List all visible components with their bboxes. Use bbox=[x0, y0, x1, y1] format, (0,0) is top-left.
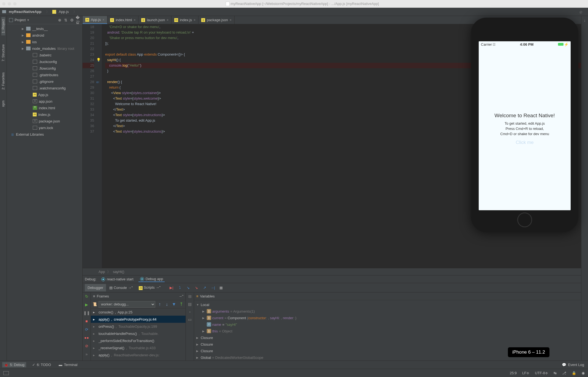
force-step-into-icon[interactable]: ↘ bbox=[193, 285, 200, 291]
click-me-button[interactable]: Click me bbox=[516, 140, 533, 145]
add-icon[interactable]: ⤒ bbox=[178, 302, 184, 307]
tree-item-package-json[interactable]: {}package.json bbox=[7, 118, 82, 124]
pin-tab-icon[interactable]: ▫ bbox=[187, 309, 193, 315]
todo-tool-tab[interactable]: ✓6: TODO bbox=[31, 362, 53, 367]
resume-icon[interactable]: ▶ bbox=[84, 302, 89, 307]
mute-breakpoints-icon[interactable]: ⊘ bbox=[84, 343, 89, 349]
close-tab-icon[interactable]: × bbox=[230, 18, 232, 22]
editor-tab-index-html[interactable]: Hindex.html× bbox=[107, 16, 138, 24]
editor-tab-App-js[interactable]: JSApp.js× bbox=[83, 16, 107, 24]
next-frame-icon[interactable]: ↓ bbox=[164, 302, 170, 307]
tree-item-App-js[interactable]: JSApp.js bbox=[7, 91, 82, 98]
close-tab-icon[interactable]: × bbox=[194, 18, 195, 22]
event-log-tab[interactable]: 💬Event Log bbox=[560, 362, 586, 367]
breadcrumb[interactable]: myReactNativeApp 〉 JS App.js 〉 bbox=[2, 9, 78, 15]
stack-frame[interactable]: ▸onPress(), TouchableOpacity.js:199 bbox=[91, 323, 186, 330]
settings-icon[interactable]: ▤ bbox=[187, 301, 193, 307]
evaluate-icon[interactable]: ▦ bbox=[218, 285, 224, 291]
editor-tab-index-js[interactable]: JSindex.js× bbox=[172, 16, 198, 24]
prev-frame-icon[interactable]: ↑ bbox=[157, 302, 162, 307]
gear-icon[interactable]: ⚙ bbox=[70, 18, 74, 22]
pin-icon[interactable]: →" bbox=[178, 294, 183, 298]
thread-selector[interactable]: 📜 worker: debugg... ↑ ↓ ▼ ⤒ bbox=[91, 300, 186, 308]
reload-icon[interactable]: ⟳ bbox=[84, 327, 89, 332]
step-into-icon[interactable]: ↘ bbox=[185, 285, 191, 291]
editor-breadcrumb[interactable]: App 〉 sayHi() bbox=[83, 268, 588, 275]
var-arguments[interactable]: ▶{}arguments = Arguments(1) bbox=[194, 308, 588, 315]
inspector-icon[interactable]: ◉ bbox=[582, 371, 585, 375]
close-tab-icon[interactable]: ▭ bbox=[187, 317, 193, 322]
debug-config-1[interactable]: react-native start bbox=[100, 277, 135, 282]
scroll-from-source-icon[interactable]: ⊕ bbox=[58, 18, 62, 22]
var-current[interactable]: ▶{}current = Component {constructor: , s… bbox=[194, 315, 588, 321]
thread-dropdown[interactable]: worker: debugg... bbox=[99, 301, 155, 308]
var-scope-closure-1[interactable]: ▶Closure bbox=[194, 334, 588, 341]
console-tab[interactable]: ▤Console →" bbox=[107, 284, 135, 291]
run-to-cursor-icon[interactable]: →| bbox=[209, 285, 216, 291]
more-icon[interactable]: » bbox=[84, 351, 89, 357]
var-scope-local[interactable]: ▼Local bbox=[194, 301, 588, 308]
editor-gutter-icons[interactable]: 💡o↑ bbox=[96, 24, 102, 268]
debugger-tab[interactable]: Debugger bbox=[85, 284, 106, 291]
collapse-all-icon[interactable]: ⇅ bbox=[64, 18, 68, 22]
editor-tab-package-json[interactable]: {}package.json× bbox=[198, 16, 235, 24]
tree-item--watchmanconfig[interactable]: .watchmanconfig bbox=[7, 85, 82, 91]
stack-frame[interactable]: ▸apply(), createPrototypeProxy.js:44 bbox=[91, 316, 186, 323]
show-execution-icon[interactable]: ▶| bbox=[168, 285, 175, 291]
scripts-tab[interactable]: JSScripts →" bbox=[136, 284, 163, 292]
stack-frame[interactable]: ▸touchableHandlePress(), Touchable. bbox=[91, 330, 186, 337]
debug-config-2[interactable]: Debug app bbox=[138, 276, 165, 282]
restore-layout-icon[interactable]: ⊟ bbox=[187, 294, 193, 299]
editor-gutter[interactable]: 1819202122232425262728293031323334353637 bbox=[83, 24, 96, 268]
search-icon[interactable]: ⌕ bbox=[579, 9, 586, 15]
var-this[interactable]: ▶{}this = Object bbox=[194, 328, 588, 334]
stack-frame[interactable]: ▸_receiveSignal(), Touchable.js:433 bbox=[91, 344, 186, 351]
breadcrumb-root[interactable]: myReactNativeApp bbox=[7, 9, 43, 14]
terminal-tool-tab[interactable]: ▬Terminal bbox=[57, 362, 79, 367]
debug-tool-tab[interactable]: 🐞5: Debug bbox=[2, 362, 26, 367]
pause-icon[interactable]: ❚❚ bbox=[84, 310, 89, 316]
tree-item--gitattributes[interactable]: .gitattributes bbox=[7, 72, 82, 78]
dropdown-arrow-icon[interactable]: ▾ bbox=[27, 18, 29, 22]
frames-list[interactable]: ▸console(), App.js:25▸apply(), createPro… bbox=[91, 308, 186, 360]
filter-icon[interactable]: ▼ bbox=[171, 302, 177, 307]
tree-item--gitignore[interactable]: .gitignore bbox=[7, 78, 82, 85]
var-scope-closure-2[interactable]: ▶Closure bbox=[194, 341, 588, 348]
tree-item-node_modules[interactable]: ▶node_modules library root bbox=[7, 45, 82, 52]
external-libraries[interactable]: ⫼ External Libraries bbox=[7, 131, 82, 138]
right-strip-icon[interactable]: ↓ bbox=[582, 18, 587, 23]
close-tab-icon[interactable]: × bbox=[134, 18, 135, 22]
tree-item-ios[interactable]: ▶ios bbox=[7, 39, 82, 45]
npm-tool-tab[interactable]: npm bbox=[1, 98, 5, 109]
step-out-icon[interactable]: ↗ bbox=[201, 285, 208, 291]
status-left-icon[interactable] bbox=[3, 371, 9, 375]
close-window-button[interactable] bbox=[2, 2, 6, 6]
tree-item-index-js[interactable]: JSindex.js bbox=[7, 111, 82, 118]
line-separator[interactable]: LF≑ bbox=[522, 371, 529, 375]
rerun-icon[interactable]: ↻ bbox=[84, 294, 89, 299]
step-over-icon[interactable]: ⤵ bbox=[176, 285, 183, 291]
editor-tab-launch-json[interactable]: {}launch.json× bbox=[138, 16, 172, 24]
favorites-tool-tab[interactable]: 2: Favorites bbox=[1, 70, 5, 92]
stack-frame[interactable]: ▸_performSideEffectsForTransition() bbox=[91, 337, 186, 344]
close-tab-icon[interactable]: × bbox=[102, 18, 104, 22]
phone-screen[interactable]: Carrier ◉᷍ 4:06 PM ⚡ Welcome to React Na… bbox=[479, 41, 571, 210]
view-breakpoints-icon[interactable]: ●● bbox=[84, 335, 89, 340]
project-tree[interactable]: ▶__tests__▶android▶ios▶node_modules libr… bbox=[7, 24, 82, 360]
structure-tool-tab[interactable]: 7: Structure bbox=[1, 42, 5, 64]
zoom-window-button[interactable] bbox=[13, 2, 17, 6]
phone-home-button[interactable] bbox=[517, 212, 532, 227]
indent-indicator[interactable]: ↹ bbox=[554, 371, 557, 375]
caret-position[interactable]: 25:9 bbox=[510, 371, 517, 375]
project-tool-tab[interactable]: 1: Project bbox=[1, 17, 5, 35]
tree-item-app-json[interactable]: {}app.json bbox=[7, 98, 82, 105]
git-branch-icon[interactable]: ⎇ bbox=[562, 371, 566, 375]
tree-item-index-html[interactable]: Hindex.html bbox=[7, 105, 82, 111]
hide-panel-icon[interactable]: �같 bbox=[76, 18, 80, 22]
stop-icon[interactable]: ■ bbox=[84, 318, 89, 324]
breadcrumb-class[interactable]: App bbox=[99, 270, 105, 274]
stack-frame[interactable]: ▸console(), App.js:25 bbox=[91, 308, 186, 316]
tree-item-android[interactable]: ▶android bbox=[7, 32, 82, 39]
breadcrumb-file[interactable]: App.js bbox=[57, 9, 70, 14]
tree-item--babelrc[interactable]: .babelrc bbox=[7, 52, 82, 58]
